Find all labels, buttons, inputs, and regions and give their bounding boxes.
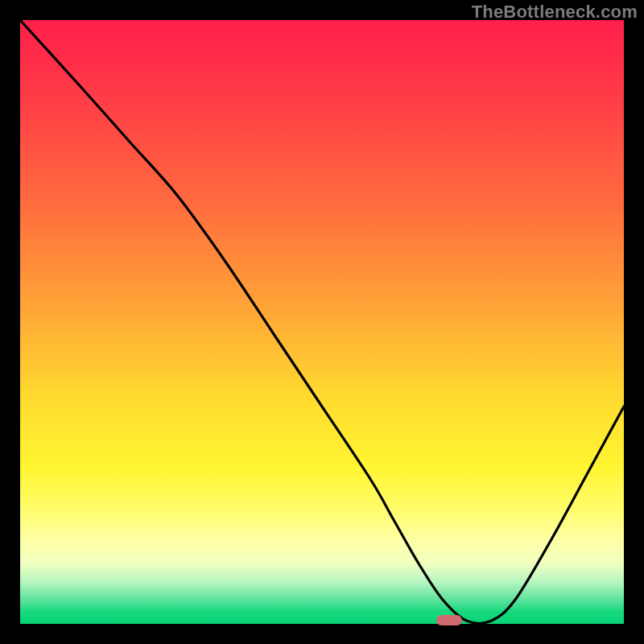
optimal-marker: [436, 615, 462, 625]
plot-area: [20, 20, 624, 624]
bottleneck-curve: [20, 20, 624, 624]
chart-frame: TheBottleneck.com: [0, 0, 644, 644]
